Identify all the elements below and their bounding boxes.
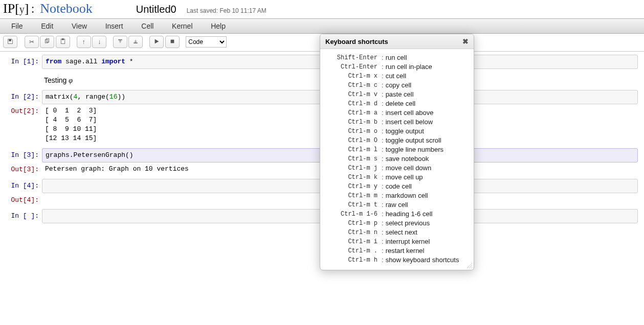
shortcut-row: Ctrl-m o:toggle output [326, 127, 468, 136]
shortcut-desc: copy cell [386, 81, 468, 90]
shortcut-desc: markdown cell [386, 191, 468, 200]
logo-colon: : [31, 1, 34, 16]
shortcut-desc: interrupt kernel [386, 237, 468, 246]
shortcut-sep: : [380, 237, 386, 246]
shortcut-sep: : [380, 99, 386, 108]
svg-rect-0 [9, 39, 11, 41]
shortcut-key: Ctrl-m j [326, 164, 380, 173]
shortcut-desc: raw cell [386, 200, 468, 210]
menu-insert[interactable]: Insert [97, 21, 131, 31]
shortcut-sep: : [380, 210, 386, 219]
logo-open-bracket: [ [15, 1, 19, 16]
shortcut-row: Ctrl-m k:move cell up [326, 173, 468, 182]
move-up-button[interactable]: ↑ [77, 36, 91, 48]
stop-button[interactable] [165, 36, 180, 48]
empty-prompt [3, 72, 42, 77]
shortcut-row: Ctrl-m j:move cell down [326, 164, 468, 173]
shortcut-row: Ctrl-m l:toggle line numbers [326, 145, 468, 154]
move-down-button[interactable]: ↓ [92, 36, 106, 48]
shortcut-key: Ctrl-m . [326, 246, 380, 247]
shortcut-sep: : [380, 136, 386, 145]
shortcut-row: Ctrl-m y:code cell [326, 182, 468, 191]
out-prompt: Out[3]: [3, 163, 42, 175]
shortcut-row: Ctrl-m O:toggle output scroll [326, 136, 468, 145]
shortcut-sep: : [380, 219, 386, 228]
shortcut-row: Ctrl-m b:insert cell below [326, 118, 468, 127]
shortcut-desc: select next [386, 228, 468, 237]
shortcut-row: Ctrl-m x:cut cell [326, 72, 468, 81]
insert-above-icon [117, 38, 123, 46]
shortcut-sep: : [380, 62, 386, 72]
copy-icon [44, 38, 50, 46]
menu-kernel[interactable]: Kernel [164, 21, 201, 31]
cut-icon: ✂ [29, 38, 34, 45]
shortcut-row: Ctrl-m 1-6:heading 1-6 cell [326, 210, 468, 219]
shortcut-row: Ctrl-m n:select next [326, 228, 468, 237]
shortcut-desc: insert cell below [386, 118, 468, 127]
shortcut-sep: : [380, 164, 386, 173]
last-saved-label: Last saved: Feb 10 11:17 AM [187, 7, 267, 14]
shortcut-row: Ctrl-m d:delete cell [326, 99, 468, 108]
insert-below-button[interactable] [128, 36, 143, 48]
copy-button[interactable] [40, 36, 54, 48]
shortcut-row: Shift-Enter:run cell [326, 53, 468, 62]
shortcut-sep: : [380, 200, 386, 210]
in-prompt: In [1]: [3, 55, 42, 67]
shortcut-desc: cut cell [386, 72, 468, 81]
in-prompt: In [4]: [3, 179, 42, 192]
shortcut-sep: : [380, 154, 386, 164]
menu-edit[interactable]: Edit [33, 21, 61, 31]
shortcut-key: Ctrl-m k [326, 173, 380, 182]
insert-above-button[interactable] [113, 36, 127, 48]
shortcut-key: Ctrl-m a [326, 108, 380, 118]
dialog-titlebar[interactable]: Keyboard shortcuts ✖ [320, 34, 474, 49]
shortcut-sep: : [380, 228, 386, 237]
shortcut-key: Ctrl-m y [326, 182, 380, 191]
shortcut-key: Ctrl-m b [326, 118, 380, 127]
shortcut-sep: : [380, 182, 386, 191]
in-prompt: In [2]: [3, 90, 42, 103]
shortcut-key: Ctrl-m O [326, 136, 380, 145]
shortcut-row: Ctrl-Enter:run cell in-place [326, 62, 468, 72]
arrow-down-icon: ↓ [98, 38, 101, 45]
shortcut-desc: toggle output scroll [386, 136, 468, 145]
menu-view[interactable]: View [63, 21, 95, 31]
shortcut-key: Ctrl-m x [326, 72, 380, 81]
cell-type-select[interactable]: Code [186, 36, 227, 48]
shortcut-key: Ctrl-m m [326, 191, 380, 200]
shortcut-key: Ctrl-Enter [326, 62, 380, 72]
insert-below-icon [132, 38, 139, 46]
cut-button[interactable]: ✂ [25, 36, 39, 48]
shortcut-key: Ctrl-m v [326, 90, 380, 99]
menu-cell[interactable]: Cell [133, 21, 162, 31]
save-button[interactable] [3, 36, 17, 48]
shortcut-desc: restart kernel [386, 246, 468, 247]
shortcut-desc: paste cell [386, 90, 468, 99]
menu-help[interactable]: Help [203, 21, 234, 31]
shortcut-key: Ctrl-m n [326, 228, 380, 237]
shortcut-sep: : [380, 246, 386, 247]
save-icon [7, 38, 13, 46]
shortcut-sep: : [380, 53, 386, 62]
stop-icon [169, 38, 175, 46]
dialog-body: Shift-Enter:run cellCtrl-Enter:run cell … [320, 49, 474, 247]
menu-file[interactable]: File [3, 21, 31, 31]
logo-notebook-word: Notebook [40, 1, 93, 16]
dialog-close-button[interactable]: ✖ [462, 37, 469, 45]
shortcut-key: Ctrl-m 1-6 [326, 210, 380, 219]
notebook-name[interactable]: Untitled0 [136, 4, 176, 15]
run-button[interactable] [149, 36, 164, 48]
out-prompt: Out[2]: [3, 104, 42, 117]
svg-rect-4 [62, 38, 63, 39]
shortcut-row: Ctrl-m a:insert cell above [326, 108, 468, 118]
shortcut-row: Ctrl-m s:save notebook [326, 154, 468, 164]
out-prompt: Out[4]: [3, 193, 42, 206]
shortcut-desc: heading 1-6 cell [386, 210, 468, 219]
paste-button[interactable] [56, 36, 70, 48]
keyboard-shortcuts-dialog[interactable]: Keyboard shortcuts ✖ Shift-Enter:run cel… [320, 34, 474, 247]
shortcut-row: Ctrl-m v:paste cell [326, 90, 468, 99]
paste-icon [60, 38, 66, 46]
svg-rect-7 [171, 40, 174, 43]
shortcut-sep: : [380, 127, 386, 136]
shortcut-key: Ctrl-m c [326, 81, 380, 90]
